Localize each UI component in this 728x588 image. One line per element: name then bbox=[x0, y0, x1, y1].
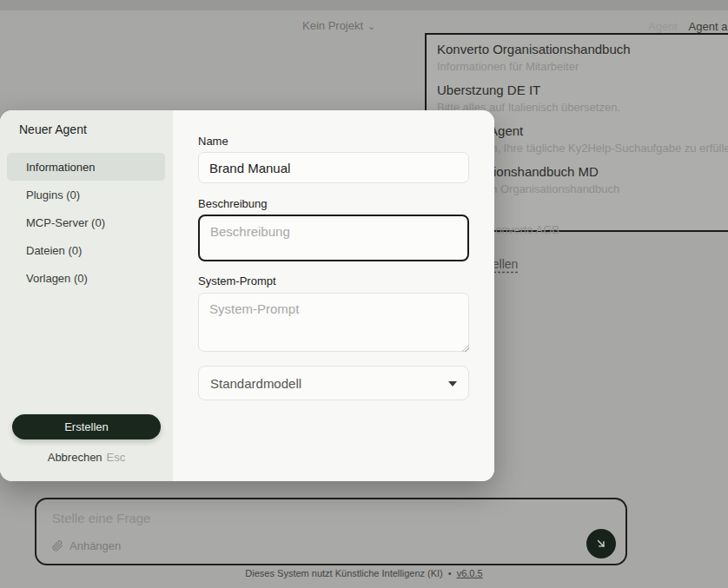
chevron-down-icon: ⌄ bbox=[367, 22, 375, 30]
chat-input-placeholder: Stelle eine Frage bbox=[52, 511, 150, 525]
agent-selector[interactable]: Agent Agent auswählen bbox=[648, 20, 728, 33]
system-prompt-label: System-Prompt bbox=[198, 274, 276, 287]
modal-title: Neuer Agent bbox=[19, 122, 87, 136]
attach-button[interactable]: Anhängen bbox=[52, 539, 121, 552]
agent-item-description: Informationen für Mitarbeiter bbox=[437, 59, 728, 74]
modal-nav: Informationen Plugins (0) MCP-Server (0)… bbox=[0, 153, 173, 292]
arrow-down-right-icon bbox=[595, 538, 607, 550]
agent-item-title: Konverto Organisationshandbuch bbox=[437, 41, 728, 58]
agent-selector-value: Agent auswählen bbox=[689, 20, 728, 33]
description-textarea[interactable] bbox=[198, 215, 469, 261]
modal-form: Name Beschreibung System-Prompt Standard… bbox=[173, 110, 494, 481]
cancel-button[interactable]: Abbrechen bbox=[48, 451, 103, 464]
project-selector-label: Kein Projekt bbox=[302, 19, 363, 32]
model-select[interactable]: Standardmodell bbox=[198, 366, 469, 400]
agent-dropdown-item[interactable]: Konverto Organisationshandbuch Informati… bbox=[437, 41, 728, 74]
project-selector[interactable]: Kein Projekt ⌄ bbox=[302, 19, 375, 32]
tab-plugins[interactable]: Plugins (0) bbox=[7, 181, 165, 208]
model-select-value: Standardmodell bbox=[210, 376, 301, 391]
footer-separator: • bbox=[448, 568, 452, 578]
version-link[interactable]: v6.0.5 bbox=[457, 568, 483, 578]
tab-informationen[interactable]: Informationen bbox=[7, 153, 165, 181]
cancel-row: AbbrechenEsc bbox=[0, 451, 173, 464]
app-screen: Kein Projekt ⌄ Agent Agent auswählen Kon… bbox=[0, 0, 728, 588]
name-input[interactable] bbox=[198, 152, 469, 183]
chevron-down-icon bbox=[448, 381, 457, 386]
create-button[interactable]: Erstellen bbox=[12, 414, 161, 439]
tab-vorlagen[interactable]: Vorlagen (0) bbox=[7, 264, 165, 292]
agent-selector-label: Agent bbox=[648, 20, 678, 33]
tab-dateien[interactable]: Dateien (0) bbox=[7, 236, 165, 264]
top-strip bbox=[0, 0, 728, 10]
description-label: Beschreibung bbox=[198, 197, 268, 210]
new-agent-modal: Neuer Agent Informationen Plugins (0) MC… bbox=[0, 110, 494, 481]
footer: Dieses System nutzt Künstliche Intellige… bbox=[0, 568, 728, 578]
send-button[interactable] bbox=[586, 529, 616, 558]
agent-item-title: Uberstzung DE IT bbox=[437, 82, 728, 99]
chat-input-box[interactable]: Stelle eine Frage Anhängen bbox=[35, 498, 627, 565]
tab-mcp-server[interactable]: MCP-Server (0) bbox=[7, 208, 165, 236]
esc-shortcut-hint: Esc bbox=[107, 451, 126, 464]
footer-disclaimer: Dieses System nutzt Künstliche Intellige… bbox=[245, 568, 442, 578]
system-prompt-textarea[interactable] bbox=[198, 293, 469, 352]
paperclip-icon bbox=[52, 540, 63, 552]
name-label: Name bbox=[198, 135, 228, 148]
attach-button-label: Anhängen bbox=[69, 539, 121, 552]
modal-sidebar: Neuer Agent Informationen Plugins (0) MC… bbox=[0, 110, 173, 481]
